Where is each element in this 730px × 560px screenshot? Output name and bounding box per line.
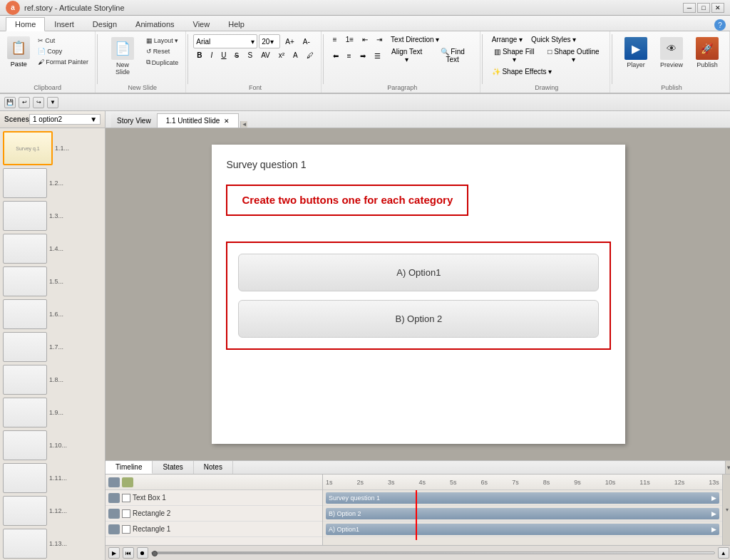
close-button[interactable]: ✕ <box>711 3 724 13</box>
tab-view[interactable]: View <box>184 16 220 31</box>
scenes-dropdown[interactable]: 1 option2 ▼ <box>29 114 101 125</box>
align-left-button[interactable]: ⬅ <box>329 46 342 65</box>
slide-tab-1-1[interactable]: 1.1 Untitled Slide ✕ <box>157 113 240 128</box>
undo-button[interactable]: ↩ <box>19 97 30 108</box>
new-slide-button[interactable]: 📄 New Slide <box>103 34 141 78</box>
track-bar-3[interactable]: A) Option1 ▶ <box>326 524 719 535</box>
thumbnail-1-10[interactable]: 1.10... <box>3 430 102 460</box>
bold-button[interactable]: B <box>193 50 205 61</box>
tabs-scroll-right[interactable]: ◄ <box>240 121 247 128</box>
rewind-button[interactable]: ⏮ <box>123 547 134 559</box>
timeline-row-rectangle2[interactable]: Rectangle 2 <box>106 506 322 522</box>
highlight-button[interactable]: 🖊 <box>303 50 317 61</box>
quick-styles-button[interactable]: Quick Styles ▾ <box>528 34 580 45</box>
thumbnail-1-1[interactable]: Survey q.1 1.1... <box>3 131 102 165</box>
shadow-button[interactable]: S <box>244 50 256 61</box>
thumbnail-1-9[interactable]: 1.9... <box>3 398 102 427</box>
thumbnail-1-13[interactable]: 1.13... <box>3 529 102 559</box>
cut-button[interactable]: ✂ Cut <box>35 36 91 46</box>
duplicate-button[interactable]: ⧉ Duplicate <box>143 57 182 68</box>
separator-3 <box>323 34 324 84</box>
paste-button[interactable]: 📋 Paste <box>4 34 34 70</box>
thumb-label-1-6: 1.6... <box>49 311 63 318</box>
indent-less-button[interactable]: ⇤ <box>359 34 371 45</box>
redo-button[interactable]: ↪ <box>33 97 44 108</box>
record-button[interactable]: ⏺ <box>137 547 148 559</box>
timeline-tab[interactable]: Timeline <box>106 461 153 474</box>
thumbnail-1-11[interactable]: 1.11... <box>3 463 102 493</box>
text-direction-button[interactable]: Text Direction ▾ <box>387 34 443 45</box>
thumb-image-1-9 <box>3 398 47 427</box>
minimize-button[interactable]: ─ <box>683 3 696 13</box>
thumbnail-1-6[interactable]: 1.6... <box>3 299 102 329</box>
timeline-scroll[interactable]: ▾ <box>722 475 730 545</box>
thumbnail-1-4[interactable]: 1.4... <box>3 234 102 264</box>
publish-button[interactable]: 🚀 Publish <box>691 34 724 71</box>
states-tab[interactable]: States <box>153 461 193 474</box>
align-center-button[interactable]: ≡ <box>344 46 355 65</box>
tab-insert[interactable]: Insert <box>45 16 83 31</box>
option-a-button[interactable]: A) Option1 <box>238 254 599 291</box>
thumbnail-1-2[interactable]: 1.2... <box>3 168 102 198</box>
timeline-row-rectangle1[interactable]: Rectangle 1 <box>106 522 322 537</box>
scrubber-handle[interactable] <box>152 551 158 556</box>
indent-more-button[interactable]: ⇥ <box>373 34 386 45</box>
copy-button[interactable]: 📄 Copy <box>35 46 91 56</box>
shape-fill-button[interactable]: ▥ Shape Fill ▾ <box>488 46 540 65</box>
track-bar-2[interactable]: B) Option 2 ▶ <box>326 508 719 519</box>
tab-design[interactable]: Design <box>83 16 126 31</box>
save-button[interactable]: 💾 <box>4 97 16 108</box>
char-spacing-button[interactable]: AV <box>257 50 274 61</box>
row-checkbox-3[interactable] <box>122 525 130 534</box>
thumbnail-1-5[interactable]: 1.5... <box>3 266 102 296</box>
option-b-button[interactable]: B) Option 2 <box>238 300 599 338</box>
thumbnail-1-7[interactable]: 1.7... <box>3 332 102 362</box>
help-icon[interactable]: ? <box>714 19 726 31</box>
font-size-dropdown[interactable]: 20▾ <box>259 34 280 48</box>
shape-effects-button[interactable]: ✨ Shape Effects ▾ <box>488 66 556 77</box>
title-bar: a ref.story - Articulate Storyline ─ □ ✕ <box>0 0 730 16</box>
preview-button[interactable]: 👁 Preview <box>655 34 688 71</box>
restore-button[interactable]: □ <box>697 3 710 13</box>
font-family-dropdown[interactable]: Arial▾ <box>193 34 257 48</box>
tab-home[interactable]: Home <box>6 17 45 31</box>
play-button[interactable]: ▶ <box>108 547 120 559</box>
arrange-button[interactable]: Arrange ▾ <box>488 34 526 45</box>
align-right-button[interactable]: ➡ <box>356 46 369 65</box>
decrease-font-button[interactable]: A- <box>299 36 314 47</box>
timeline-row-textbox1[interactable]: Text Box 1 <box>106 490 322 506</box>
italic-button[interactable]: I <box>207 50 216 61</box>
numbering-button[interactable]: 1≡ <box>342 34 357 45</box>
row-checkbox-2[interactable] <box>122 509 130 518</box>
font-color-button[interactable]: A <box>289 50 302 61</box>
thumbnail-1-3[interactable]: 1.3... <box>3 201 102 231</box>
thumbnail-1-8[interactable]: 1.8... <box>3 365 102 395</box>
align-text-button[interactable]: Align Text ▾ <box>386 46 428 65</box>
find-text-button[interactable]: 🔍 Find Text <box>430 46 475 65</box>
timeline-collapse[interactable]: ▼ <box>725 461 730 474</box>
row-checkbox-1[interactable] <box>122 494 130 502</box>
tab-help[interactable]: Help <box>219 16 254 31</box>
bullets-button[interactable]: ≡ <box>329 34 341 45</box>
layout-button[interactable]: ▦ Layout ▾ <box>143 36 182 46</box>
story-view-tab[interactable]: Story View <box>111 113 157 128</box>
increase-font-button[interactable]: A+ <box>282 36 298 47</box>
thumbnail-1-12[interactable]: 1.12... <box>3 496 102 526</box>
title-controls[interactable]: ─ □ ✕ <box>683 3 724 13</box>
shape-outline-button[interactable]: □ Shape Outline ▾ <box>542 46 605 65</box>
close-tab-icon[interactable]: ✕ <box>224 118 230 125</box>
player-button[interactable]: ▶ Player <box>620 34 652 71</box>
strikethrough-button[interactable]: S̶ <box>231 50 242 61</box>
expand-button[interactable]: ▲ <box>718 547 729 559</box>
tab-animations[interactable]: Animations <box>126 16 183 31</box>
more-quick-access-button[interactable]: ▼ <box>47 97 58 108</box>
paragraph-label: Paragraph <box>387 84 417 91</box>
justify-button[interactable]: ☰ <box>371 46 384 65</box>
superscript-button[interactable]: x² <box>275 50 288 61</box>
notes-tab[interactable]: Notes <box>194 461 233 474</box>
track-bar-1[interactable]: Survey question 1 ▶ <box>326 492 719 504</box>
format-painter-button[interactable]: 🖌 Format Painter <box>35 57 91 67</box>
timeline-scrubber[interactable] <box>151 551 715 554</box>
underline-button[interactable]: U <box>217 50 230 61</box>
reset-button[interactable]: ↺ Reset <box>143 46 182 56</box>
